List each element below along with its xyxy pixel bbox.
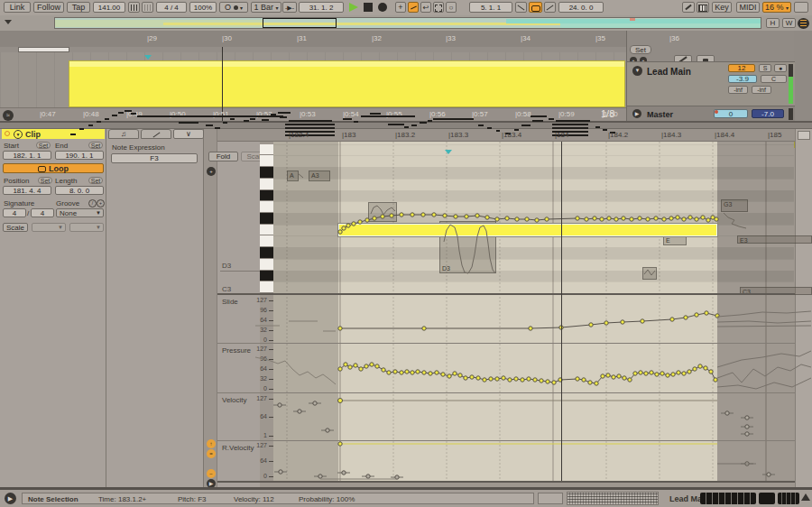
computer-midi-keyboard-button[interactable] <box>697 2 709 13</box>
selection-box-icon <box>435 5 442 12</box>
midi-map-button[interactable]: MIDI <box>736 2 760 13</box>
tempo-field[interactable]: 141.00 <box>93 2 125 13</box>
arrangement-height-button[interactable]: H <box>766 18 780 28</box>
tab-expression[interactable]: ∨ <box>173 129 204 139</box>
play-button[interactable] <box>349 3 358 12</box>
fold-button[interactable]: Fold <box>208 152 238 161</box>
solo-button[interactable]: S <box>759 64 771 72</box>
sig-denominator-field[interactable]: 4 <box>31 208 54 217</box>
position-label: Position <box>4 177 29 185</box>
sig-numerator-field[interactable]: 4 <box>3 208 26 217</box>
show-info-icon[interactable]: ▶ <box>5 493 16 504</box>
pan-box[interactable]: C <box>761 75 787 83</box>
follow-button[interactable]: Follow <box>33 2 64 13</box>
track-header-lead[interactable]: ▼ Lead Main 12 S ● -3.9 C -inf -inf <box>627 61 795 106</box>
track-header-master[interactable]: ▶ Master 0 -7.0 <box>627 106 795 121</box>
session-view-toggle[interactable] <box>798 18 809 29</box>
scale-name-select[interactable]: ▼ <box>69 223 104 232</box>
arrangement-width-button[interactable]: W <box>782 18 796 28</box>
editor-loop-bar[interactable] <box>273 142 795 148</box>
capture-midi-button[interactable] <box>433 2 444 13</box>
set-length-button[interactable]: Set <box>88 177 103 184</box>
arrangement-position-field[interactable]: 31. 1. 2 <box>299 2 344 13</box>
groove-hotswap-icon[interactable]: + <box>97 199 105 207</box>
editor-right-column[interactable] <box>795 129 812 487</box>
automation-arm-button[interactable] <box>408 2 419 13</box>
fold-track-button[interactable]: ▼ <box>632 66 642 76</box>
send-a-box[interactable]: -inf <box>728 86 748 94</box>
groove-amount-control[interactable]: O ▾ <box>219 2 248 13</box>
master-volume-box[interactable]: -7.0 <box>752 109 784 118</box>
clip-length-field[interactable]: 8. 0. 0 <box>55 186 104 195</box>
quantization-menu[interactable]: 1 Bar ▾ <box>251 2 281 13</box>
count-in-icon <box>144 5 151 11</box>
editor-beat-ruler[interactable] <box>217 129 812 142</box>
master-cue-dot <box>715 110 718 114</box>
lane-rvelocity-icon[interactable]: − <box>207 469 216 478</box>
zoom-handle[interactable] <box>798 131 810 140</box>
lane-pressure-icon[interactable]: = <box>207 449 216 458</box>
clip-position-field[interactable]: 181. 4. 4 <box>3 186 51 195</box>
set-start-button[interactable]: Set <box>36 142 51 149</box>
master-preview-box[interactable]: 0 <box>714 109 748 118</box>
metronome-icon <box>131 5 137 11</box>
overview-selection-box[interactable] <box>263 18 337 28</box>
quantize-field[interactable]: 100% <box>189 2 217 13</box>
draw-mode-button[interactable] <box>682 2 695 13</box>
master-meter <box>789 108 793 120</box>
time-signature-field[interactable]: 4 / 4 <box>156 2 187 13</box>
arrangement-loop-button[interactable] <box>529 2 542 13</box>
set-end-button[interactable]: Set <box>88 142 103 149</box>
tap-tempo-button[interactable]: Tap <box>67 2 90 13</box>
scale-root-select[interactable]: ▼ <box>32 223 66 232</box>
midi-channel-box[interactable]: 12 <box>728 64 755 72</box>
clip-start-field[interactable]: 182. 1. 1 <box>3 151 51 160</box>
arrangement-time-ruler[interactable] <box>0 107 626 122</box>
clip-fold-icon[interactable]: ▼ <box>14 130 23 139</box>
re-enable-automation-button[interactable]: ↩ <box>420 2 431 13</box>
status-bar: ▶ Note Selection Time: 183.1.2+ Pitch: F… <box>0 487 812 507</box>
link-button[interactable]: Link <box>4 2 31 13</box>
note-expression-value[interactable]: F3 <box>111 153 198 163</box>
lane-slide-icon[interactable]: ↑ <box>207 439 216 448</box>
smooth-scroll-icon[interactable]: ≈ <box>3 110 14 121</box>
cpu-load-meter[interactable]: 16 % ▾ <box>762 2 791 13</box>
overdub-button[interactable]: + <box>395 2 406 13</box>
loop-length-field[interactable]: 24. 0. 0 <box>558 2 604 13</box>
overview-clip-segment <box>560 23 761 28</box>
clip-activator-icon[interactable] <box>5 131 10 136</box>
arrangement-position-icon[interactable]: -▶- <box>282 2 297 13</box>
scale-button[interactable]: Scale <box>241 152 271 161</box>
volume-box[interactable]: -3.9 <box>728 75 757 83</box>
toggle-detail-icon[interactable] <box>801 493 810 501</box>
punch-in-button[interactable] <box>515 2 527 13</box>
clip-title-bar[interactable]: ▼ Clip <box>2 129 105 139</box>
expand-lanes-icon[interactable]: + <box>207 167 216 176</box>
key-map-button[interactable]: Key <box>712 2 732 13</box>
arrangement-overview[interactable] <box>54 17 761 29</box>
stop-button[interactable] <box>364 3 373 12</box>
note-name-column <box>217 142 260 487</box>
arrangement-loop-start[interactable]: 5. 1. 1 <box>469 2 512 13</box>
tab-notes[interactable]: ♫ <box>108 129 139 139</box>
clip-end-field[interactable]: 190. 1. 1 <box>55 151 104 160</box>
punch-out-button[interactable] <box>544 2 556 13</box>
tab-envelopes[interactable] <box>141 129 171 139</box>
metronome-button[interactable] <box>128 2 140 13</box>
mini-display-3 <box>778 493 799 504</box>
scale-mode-button[interactable]: Scale <box>3 223 28 232</box>
session-record-button[interactable]: ○ <box>446 2 457 13</box>
groove-select[interactable]: None ▼ <box>56 208 104 217</box>
send-b-box[interactable]: -inf <box>752 86 771 94</box>
clip-loop-button[interactable]: Loop <box>3 163 104 173</box>
set-position-button[interactable]: Set <box>38 177 52 184</box>
unfold-master-icon[interactable]: ▶ <box>632 109 641 118</box>
view-splitter[interactable] <box>0 121 812 129</box>
groove-commit-icon[interactable]: / <box>88 199 97 207</box>
set-button[interactable]: Set <box>630 45 651 54</box>
arm-button[interactable]: ● <box>774 64 787 72</box>
midi-clip[interactable] <box>69 60 625 107</box>
count-in-button[interactable] <box>142 2 153 13</box>
collapse-arrangement-icon[interactable] <box>5 20 12 24</box>
record-button[interactable] <box>378 3 387 12</box>
